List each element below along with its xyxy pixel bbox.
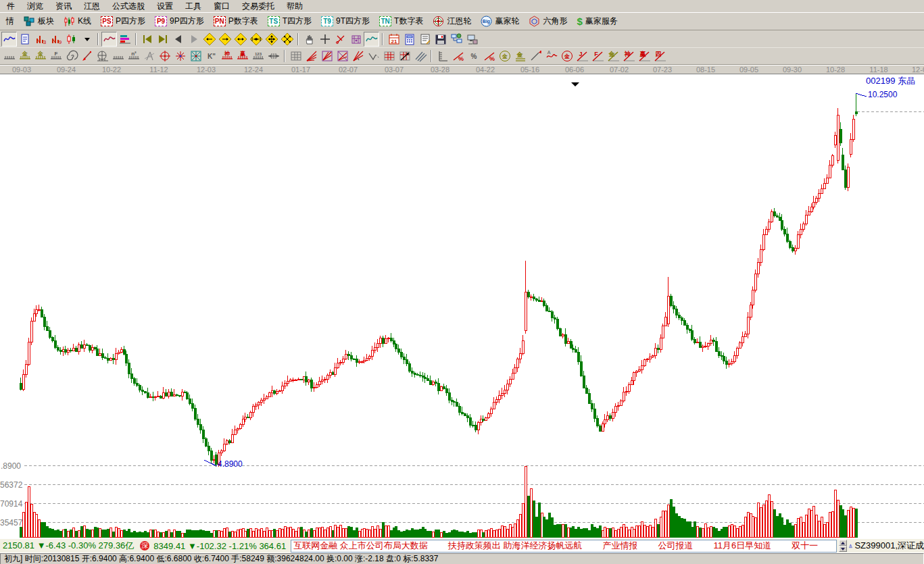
k-notation-button[interactable]: K" bbox=[203, 49, 219, 63]
pan-right-button[interactable] bbox=[217, 32, 233, 47]
tick-ruler-button[interactable] bbox=[110, 49, 126, 63]
p-number-table-button[interactable]: PNP数字表 bbox=[209, 14, 263, 28]
percent-line-button[interactable]: % bbox=[450, 49, 466, 63]
expand-all-button[interactable] bbox=[264, 32, 279, 47]
calendar-button[interactable]: 21 bbox=[386, 32, 402, 47]
spin-down-icon[interactable] bbox=[839, 546, 847, 552]
spin-up-icon[interactable] bbox=[839, 540, 847, 546]
red-grid-button[interactable] bbox=[381, 49, 397, 63]
zigzag-blue-button[interactable] bbox=[1, 32, 17, 47]
zigzag-red-button[interactable] bbox=[101, 32, 117, 47]
menu-item-0[interactable]: 件 bbox=[1, 0, 21, 13]
angle-lines-button[interactable] bbox=[350, 49, 366, 63]
t-square-button[interactable]: TST四方形 bbox=[263, 14, 316, 28]
f-ruler-button[interactable]: F bbox=[48, 49, 64, 63]
prev-bar-button[interactable] bbox=[170, 32, 186, 47]
network-button[interactable] bbox=[448, 32, 464, 47]
9p-square-button[interactable]: P99P四方形 bbox=[150, 14, 209, 28]
menu-item-9[interactable]: 帮助 bbox=[281, 0, 309, 13]
news-item-4[interactable]: 11月6日早知道 bbox=[713, 540, 771, 552]
quote-partial[interactable]: 情 bbox=[1, 14, 19, 28]
gold-ruler-2-button[interactable]: 金 bbox=[32, 49, 48, 63]
grid-tool-button[interactable] bbox=[288, 49, 303, 63]
zigzag-teal-button[interactable] bbox=[364, 32, 379, 47]
pen-line-button[interactable] bbox=[528, 49, 543, 63]
fan-box-button[interactable] bbox=[319, 49, 335, 63]
star-grid-button[interactable] bbox=[172, 49, 188, 63]
ruler-123-button[interactable]: 123 bbox=[250, 49, 266, 63]
gold-angle-button[interactable]: 金 bbox=[606, 49, 621, 63]
win-angle-button[interactable]: 赢 bbox=[637, 49, 652, 63]
expand-h-button[interactable] bbox=[233, 32, 248, 47]
ticker-spinner[interactable] bbox=[839, 540, 847, 552]
news-item-0[interactable]: 互联网金融 众上市公司布局大数据 bbox=[293, 540, 428, 552]
menu-item-2[interactable]: 资讯 bbox=[49, 0, 78, 13]
first-bar-button[interactable] bbox=[139, 32, 155, 47]
spiral-tool-button[interactable] bbox=[64, 49, 79, 63]
menu-item-6[interactable]: 工具 bbox=[179, 0, 208, 13]
bars-3-button[interactable]: 3 bbox=[32, 32, 48, 47]
p-square-button[interactable]: PSP四方形 bbox=[96, 14, 150, 28]
fan-lines-button[interactable] bbox=[303, 49, 319, 63]
wheel-ruler-button[interactable] bbox=[95, 49, 110, 63]
t-number-table-button[interactable]: TNT数字表 bbox=[374, 14, 428, 28]
menu-item-7[interactable]: 窗口 bbox=[208, 0, 236, 13]
gann-ruler-button[interactable] bbox=[1, 49, 17, 63]
angle-ruler-button[interactable] bbox=[141, 49, 157, 63]
kline-button[interactable]: K线 bbox=[59, 14, 96, 28]
shen-angle-button[interactable]: 神 bbox=[621, 49, 637, 63]
win-ruler-button[interactable]: 赢 bbox=[235, 49, 250, 63]
calculator-button[interactable] bbox=[402, 32, 417, 47]
menu-item-8[interactable]: 交易委托 bbox=[236, 0, 281, 13]
hexagon-button[interactable]: 六角形 bbox=[524, 14, 572, 28]
percent-scale-button[interactable] bbox=[435, 49, 450, 63]
menu-item-3[interactable]: 江恩 bbox=[78, 0, 106, 13]
gold-line-button[interactable]: 金 bbox=[512, 49, 528, 63]
pen-tool-button[interactable] bbox=[79, 49, 95, 63]
news-item-2[interactable]: 产业情报 bbox=[602, 540, 637, 552]
gold-ruler-1-button[interactable]: 金 bbox=[17, 49, 32, 63]
news-item-3[interactable]: 公司报道 bbox=[658, 540, 693, 552]
fan-box2-button[interactable] bbox=[335, 49, 350, 63]
9t-square-button[interactable]: T99T四方形 bbox=[316, 14, 374, 28]
candle-style-dropdown[interactable] bbox=[79, 32, 95, 47]
sector-button[interactable]: 板块 bbox=[19, 14, 59, 28]
compress-all-button[interactable] bbox=[279, 32, 295, 47]
gann-wheel-button[interactable]: 江恩轮 bbox=[428, 14, 476, 28]
n2-ruler-button[interactable]: n² bbox=[126, 49, 141, 63]
circle-cross-button[interactable] bbox=[157, 49, 172, 63]
news-item-1[interactable]: 扶持政策频出 助海洋经济扬帆远航 bbox=[448, 540, 583, 552]
winner-service-button[interactable]: $赢家服务 bbox=[572, 14, 622, 28]
gold-circle-button[interactable]: 金 bbox=[497, 49, 512, 63]
percent-button[interactable]: % bbox=[466, 49, 481, 63]
candle-style-button[interactable] bbox=[64, 32, 79, 47]
winner-wheel-button[interactable]: Big赢家轮 bbox=[476, 14, 524, 28]
star-grid-box-button[interactable] bbox=[188, 49, 203, 63]
gold-circle2-button[interactable]: 金 bbox=[559, 49, 575, 63]
f-angle-button[interactable]: F bbox=[590, 49, 606, 63]
menu-item-5[interactable]: 设置 bbox=[151, 0, 179, 13]
compress-h-button[interactable] bbox=[248, 32, 264, 47]
shen-ruler-button[interactable]: 神 bbox=[219, 49, 235, 63]
info-document-button[interactable] bbox=[17, 32, 32, 47]
next-bar-button[interactable] bbox=[186, 32, 201, 47]
angle-measure-button[interactable] bbox=[333, 32, 348, 47]
v-wave-button[interactable] bbox=[366, 49, 381, 63]
news-item-5[interactable]: 双十一 bbox=[792, 540, 818, 552]
pan-left-button[interactable] bbox=[201, 32, 217, 47]
chart-area[interactable]: 002199 东晶 10.2500 4.8900 .89005637270914… bbox=[0, 74, 924, 538]
save-button[interactable] bbox=[433, 32, 448, 47]
wave-line-button[interactable]: A bbox=[543, 49, 559, 63]
parallel-lines-button[interactable] bbox=[412, 49, 428, 63]
position-marker-icon[interactable] bbox=[571, 82, 579, 86]
remote-pc-button[interactable] bbox=[464, 32, 479, 47]
percent-line2-button[interactable]: % bbox=[481, 49, 497, 63]
grid-arrow-button[interactable] bbox=[397, 49, 412, 63]
si-angle-button[interactable]: 四 bbox=[652, 49, 668, 63]
j-angle-button[interactable]: J bbox=[575, 49, 590, 63]
chart-svg[interactable] bbox=[0, 74, 924, 538]
width-ruler-button[interactable] bbox=[266, 49, 281, 63]
hand-tool-button[interactable] bbox=[301, 32, 317, 47]
last-bar-button[interactable] bbox=[155, 32, 170, 47]
bars-9-button[interactable]: 9 bbox=[48, 32, 64, 47]
